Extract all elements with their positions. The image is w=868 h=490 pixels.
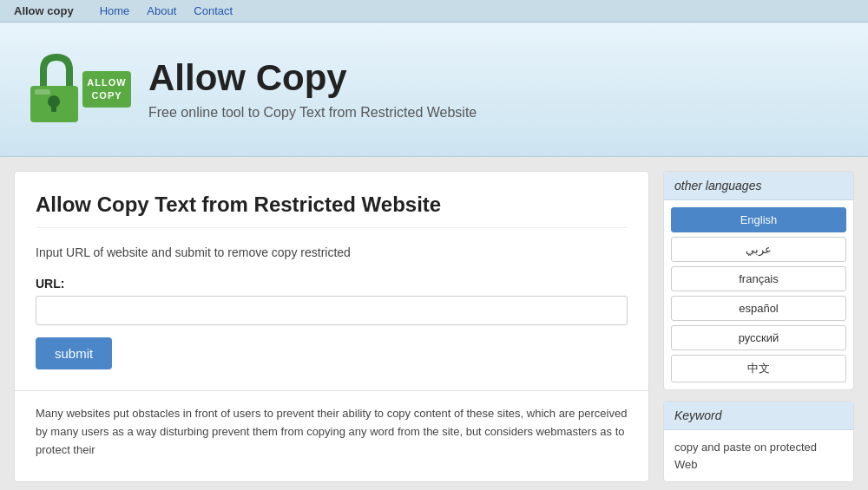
- hero-text: Allow Copy Free online tool to Copy Text…: [148, 58, 842, 121]
- section-description: Input URL of website and submit to remov…: [36, 245, 628, 259]
- lang-arabic[interactable]: عربي: [671, 237, 846, 262]
- navbar-links: Home About Contact: [91, 4, 241, 17]
- section-title: Allow Copy Text from Restricted Website: [36, 193, 628, 228]
- languages-title: other languages: [664, 172, 853, 200]
- hero-logo-area: ALLOW COPY: [26, 53, 131, 127]
- hero-title: Allow Copy: [148, 58, 842, 98]
- hero-banner: ALLOW COPY Allow Copy Free online tool t…: [0, 23, 868, 157]
- nav-about[interactable]: About: [138, 4, 185, 17]
- lang-english[interactable]: English: [671, 207, 846, 232]
- keyword-section: Keyword copy and paste on protected Web: [663, 401, 854, 482]
- main-container: Allow Copy Text from Restricted Website …: [0, 157, 868, 490]
- lang-chinese[interactable]: 中文: [671, 355, 846, 382]
- content-area: Allow Copy Text from Restricted Website …: [14, 171, 649, 482]
- lang-french[interactable]: français: [671, 266, 846, 291]
- nav-contact[interactable]: Contact: [185, 4, 241, 17]
- navbar-brand[interactable]: Allow copy: [14, 4, 74, 17]
- lang-russian[interactable]: русский: [671, 325, 846, 350]
- svg-rect-3: [35, 89, 50, 95]
- section-divider: [15, 390, 648, 391]
- lock-icon: [26, 53, 82, 127]
- url-input[interactable]: [36, 296, 628, 325]
- languages-section: other languages English عربي français es…: [663, 171, 854, 390]
- language-list: English عربي français español русский 中文: [664, 200, 853, 389]
- hero-logo-text: ALLOW COPY: [82, 71, 131, 108]
- lang-spanish[interactable]: español: [671, 296, 846, 321]
- hero-subtitle: Free online tool to Copy Text from Restr…: [148, 105, 842, 121]
- keyword-text: copy and paste on protected Web: [664, 430, 853, 481]
- navbar: Allow copy Home About Contact: [0, 0, 868, 23]
- bottom-description: Many websites put obstacles in front of …: [36, 405, 628, 473]
- nav-home[interactable]: Home: [91, 4, 139, 17]
- sidebar: other languages English عربي français es…: [663, 171, 854, 482]
- svg-rect-2: [51, 103, 56, 112]
- url-label: URL:: [36, 277, 628, 291]
- submit-button[interactable]: submit: [36, 337, 112, 369]
- keyword-title: Keyword: [664, 402, 853, 430]
